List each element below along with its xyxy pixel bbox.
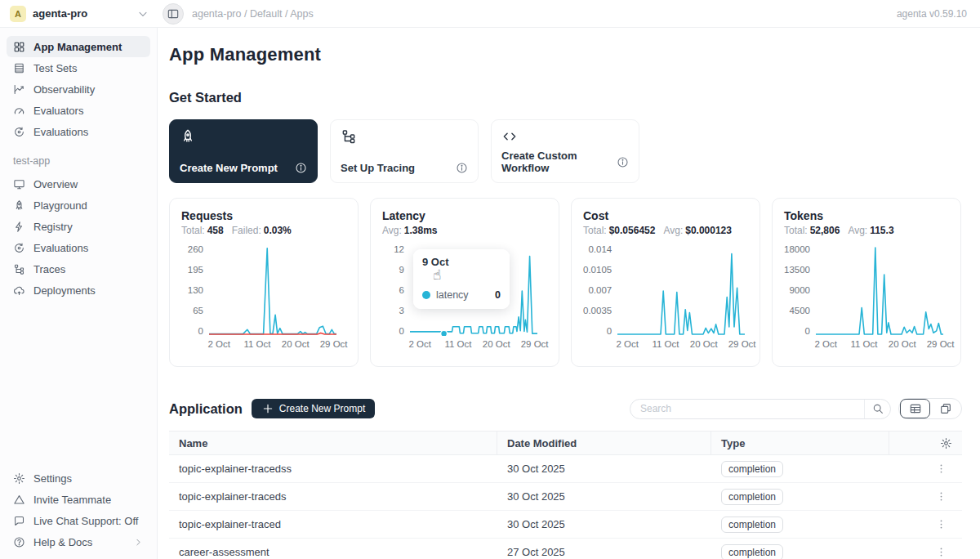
gear-icon[interactable] [940,437,952,449]
info-icon[interactable] [456,162,468,174]
x-tick: 2 Oct [207,339,229,349]
get-started-card-create-new-prompt[interactable]: Create New Prompt [169,119,318,183]
refresh-circle-icon [13,242,26,254]
rocket-icon [180,128,307,145]
info-icon[interactable] [295,162,307,174]
card-view-button[interactable] [930,399,960,418]
chart-stats: Total:52,806Avg:115.3 [784,225,949,236]
sidebar-item-registry[interactable]: Registry [7,216,150,237]
get-started-card-set-up-tracing[interactable]: Set Up Tracing [330,119,479,183]
version-label: agenta v0.59.10 [897,8,980,20]
table-header-row: NameDate ModifiedType [169,432,962,455]
sidebar-item-evaluations[interactable]: Evaluations [7,121,150,142]
chevron-down-icon[interactable] [136,7,149,20]
sidebar-item-test-sets[interactable]: Test Sets [7,57,150,78]
code-icon [501,128,629,145]
info-icon[interactable] [617,156,629,168]
get-started-cards: Create New PromptSet Up TracingCreate Cu… [169,119,962,183]
application-title: Application [169,401,243,417]
y-tick: 0.007 [588,285,612,295]
column-header-name[interactable]: Name [169,432,497,454]
plot-area[interactable] [617,244,748,336]
stat-value: $0.056452 [609,225,656,236]
cell-name: career-assessment [169,546,497,558]
view-toggle [898,398,962,419]
refresh-circle-icon [13,126,26,138]
search-button[interactable] [864,400,890,418]
stat-value: 52,806 [810,225,840,236]
column-header-type[interactable]: Type [711,432,889,454]
card-label: Create Custom Workflow [501,150,617,174]
create-new-prompt-button[interactable]: Create New Prompt [252,399,375,418]
y-tick: 0 [198,326,203,336]
x-axis: 2 Oct11 Oct20 Oct29 Oct [215,339,346,352]
table-view-button[interactable] [900,399,930,418]
y-axis: 1800013500900045000 [784,244,816,336]
chart-title: Latency [382,209,547,222]
card-bottom: Create New Prompt [180,162,307,174]
table-row[interactable]: topic-explainer-traced30 Oct 2025complet… [169,511,962,539]
sidebar-footer-nav: SettingsInvite TeammateLive Chat Support… [0,467,157,552]
search-box [630,399,891,419]
search-input[interactable] [630,403,864,414]
table-row[interactable]: topic-explainer-traceds30 Oct 2025comple… [169,483,962,511]
y-tick: 195 [188,265,203,275]
metric-card-requests: RequestsTotal:458Failed:0.03%26019513065… [169,198,359,367]
nav-item-label: App Management [33,41,122,53]
cell-name: topic-explainer-traced [169,518,497,530]
get-started-card-create-custom-workflow[interactable]: Create Custom Workflow [491,119,639,183]
chart-title: Requests [181,209,346,222]
sidebar-panel-icon [167,7,180,20]
nav-item-label: Evaluations [33,242,88,254]
type-badge: completion [721,544,783,559]
row-menu-button[interactable] [889,518,962,530]
sidebar-item-playground[interactable]: Playground [7,195,150,216]
metric-card-tokens: TokensTotal:52,806Avg:115.31800013500900… [772,198,961,367]
observability-icon [13,83,26,96]
y-tick: 0 [805,326,810,336]
sidebar-item-evaluations[interactable]: Evaluations [7,237,150,258]
breadcrumb[interactable]: agenta-pro / Default / Apps [192,8,314,20]
table-row[interactable]: career-assessment27 Oct 2025completion [169,539,962,559]
sidebar-footer-item-live-chat-support-off[interactable]: Live Chat Support: Off [7,510,150,531]
x-axis: 2 Oct11 Oct20 Oct29 Oct [416,339,547,352]
card-label: Create New Prompt [180,162,278,174]
row-menu-button[interactable] [889,490,962,503]
chart-stat: Avg:115.3 [848,225,893,236]
create-new-prompt-label: Create New Prompt [279,403,365,414]
x-tick: 11 Oct [444,339,471,349]
column-header-label: Type [721,437,745,449]
workspace-switcher[interactable]: A agenta-pro [0,6,158,22]
chart-stat: Failed:0.03% [232,225,292,236]
plot-area[interactable] [209,244,346,336]
workspace-name: agenta-pro [33,7,87,20]
sidebar-item-evaluators[interactable]: Evaluators [7,100,150,121]
cell-name: topic-explainer-traceds [169,490,497,503]
tooltip-row: latency0 [422,289,501,301]
x-tick: 11 Oct [652,339,679,349]
sidebar-footer-item-help-docs[interactable]: Help & Docs [7,531,150,552]
row-menu-button[interactable] [889,463,962,475]
sidebar-item-overview[interactable]: Overview [7,173,150,195]
table-row[interactable]: topic-explainer-tracedss30 Oct 2025compl… [169,455,962,483]
sidebar-item-traces[interactable]: Traces [7,258,150,280]
tooltip-series-name: latency [436,289,469,301]
column-header-date-modified[interactable]: Date Modified [497,432,711,454]
y-tick: 9 [399,265,404,275]
sidebar-footer-item-invite-teammate[interactable]: Invite Teammate [7,489,150,510]
sidebar-footer-item-settings[interactable]: Settings [7,467,150,489]
nav-item-label: Settings [33,472,72,485]
x-tick: 20 Oct [889,339,916,349]
sidebar-item-observability[interactable]: Observability [7,78,150,100]
x-tick: 29 Oct [927,339,955,349]
plot-area[interactable] [816,244,949,336]
sidebar-item-app-management[interactable]: App Management [7,36,150,57]
stat-label: Failed: [232,225,261,236]
chart-title: Cost [583,209,748,222]
sidebar-item-deployments[interactable]: Deployments [7,280,150,301]
y-axis: 0.0140.01050.0070.00350 [583,244,617,336]
row-menu-button[interactable] [889,546,962,558]
sidebar-toggle-button[interactable] [163,3,184,25]
card-bottom: Create Custom Workflow [501,150,629,174]
nav-item-label: Evaluators [33,105,83,117]
